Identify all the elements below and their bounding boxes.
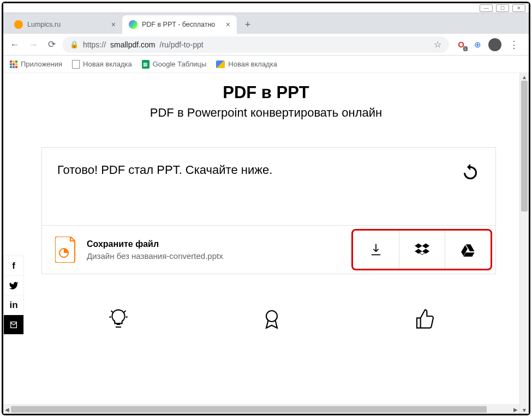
window-minimize-button[interactable]: — <box>480 4 493 12</box>
tab-favicon-icon <box>129 20 138 29</box>
window-maximize-button[interactable]: ☐ <box>496 4 509 12</box>
extension-translate-icon[interactable]: ⊕ <box>472 39 483 50</box>
url-scheme: https:// <box>83 40 106 49</box>
status-row: Готово! PDF стал PPT. Скачайте ниже. <box>42 148 495 225</box>
toolbar-right: O 1 ⊕ ⋮ <box>451 38 525 51</box>
horizontal-scrollbar[interactable]: ◀▶ <box>3 404 519 414</box>
forward-button: → <box>25 37 41 53</box>
page-title: PDF в PPT <box>3 83 529 102</box>
powerpoint-file-icon <box>55 237 77 263</box>
bookmark-newtab2[interactable]: Новая вкладка <box>216 60 277 68</box>
url-path: /ru/pdf-to-ppt <box>160 40 204 49</box>
bookmark-label: Google Таблицы <box>153 60 207 68</box>
tab-lumpics[interactable]: Lumpics.ru × <box>8 15 122 34</box>
lightbulb-icon[interactable] <box>107 308 129 330</box>
file-info: Сохраните файл Дизайн без названия-conve… <box>42 226 348 274</box>
window-close-button[interactable]: ✕ <box>512 4 525 12</box>
page-icon <box>72 60 80 69</box>
sheets-icon: ▦ <box>142 60 150 69</box>
tab-close-icon[interactable]: × <box>226 20 230 29</box>
download-button[interactable] <box>353 231 399 269</box>
dropbox-icon <box>414 241 431 258</box>
tab-strip: Lumpics.ru × PDF в PPT - бесплатно × + <box>3 13 529 34</box>
tab-title: Lumpics.ru <box>27 21 61 28</box>
converted-filename: Дизайн без названия-converted.pptx <box>87 251 223 261</box>
tab-pdf-to-ppt[interactable]: PDF в PPT - бесплатно × <box>122 15 237 34</box>
bookmark-label: Приложения <box>21 60 62 68</box>
url-host: smallpdf.com <box>110 40 155 49</box>
photo-icon <box>216 61 225 68</box>
new-tab-button[interactable]: + <box>240 17 255 32</box>
tab-favicon-icon <box>14 20 23 29</box>
browser-window: — ☐ ✕ Lumpics.ru × PDF в PPT - бесплатно… <box>2 2 530 415</box>
bookmark-sheets[interactable]: ▦ Google Таблицы <box>142 60 207 69</box>
facebook-icon[interactable]: f <box>4 256 23 276</box>
conversion-result-box: Готово! PDF стал PPT. Скачайте ниже. <box>41 147 496 274</box>
award-icon[interactable] <box>261 308 283 330</box>
google-drive-icon <box>460 241 476 258</box>
bookmark-label: Новая вкладка <box>228 60 277 68</box>
tab-title: PDF в PPT - бесплатно <box>142 21 215 28</box>
extension-adblock-icon[interactable]: O 1 <box>456 39 467 50</box>
google-drive-button[interactable] <box>445 231 491 269</box>
thumbs-up-icon[interactable] <box>414 308 436 330</box>
lock-icon: 🔒 <box>70 40 79 49</box>
status-text: Готово! PDF стал PPT. Скачайте ниже. <box>57 163 272 177</box>
apps-icon <box>10 61 17 68</box>
feature-icons-row <box>3 308 529 330</box>
download-icon <box>368 242 384 257</box>
save-file-label: Сохраните файл <box>87 239 223 249</box>
page-content: PDF в PPT PDF в Powerpoint конвертироват… <box>3 73 529 414</box>
address-bar[interactable]: 🔒 https://smallpdf.com/ru/pdf-to-ppt ☆ <box>62 37 449 53</box>
email-icon[interactable] <box>4 315 23 335</box>
bookmark-star-icon[interactable]: ☆ <box>434 39 441 50</box>
social-share-bar: f in <box>3 256 24 335</box>
save-actions-group <box>351 229 492 270</box>
window-titlebar: — ☐ ✕ <box>3 3 529 13</box>
restart-icon[interactable] <box>461 163 480 183</box>
chrome-menu-button[interactable]: ⋮ <box>507 39 521 51</box>
profile-avatar[interactable] <box>488 38 501 51</box>
file-row: Сохраните файл Дизайн без названия-conve… <box>42 225 495 274</box>
svg-point-1 <box>266 311 277 322</box>
back-button[interactable]: ← <box>7 37 23 53</box>
tab-close-icon[interactable]: × <box>111 20 116 29</box>
toolbar: ← → ⟳ 🔒 https://smallpdf.com/ru/pdf-to-p… <box>3 34 529 56</box>
bookmark-label: Новая вкладка <box>83 60 132 68</box>
bookmarks-bar: Приложения Новая вкладка ▦ Google Таблиц… <box>3 56 529 73</box>
reload-button[interactable]: ⟳ <box>44 37 60 53</box>
linkedin-icon[interactable]: in <box>4 295 23 315</box>
twitter-icon[interactable] <box>4 276 23 295</box>
vertical-scrollbar[interactable]: ▲▼ <box>519 73 529 414</box>
dropbox-button[interactable] <box>399 231 445 269</box>
bookmark-newtab1[interactable]: Новая вкладка <box>72 60 132 69</box>
page-subtitle: PDF в Powerpoint конвертировать онлайн <box>3 106 529 120</box>
bookmark-apps[interactable]: Приложения <box>10 60 62 68</box>
